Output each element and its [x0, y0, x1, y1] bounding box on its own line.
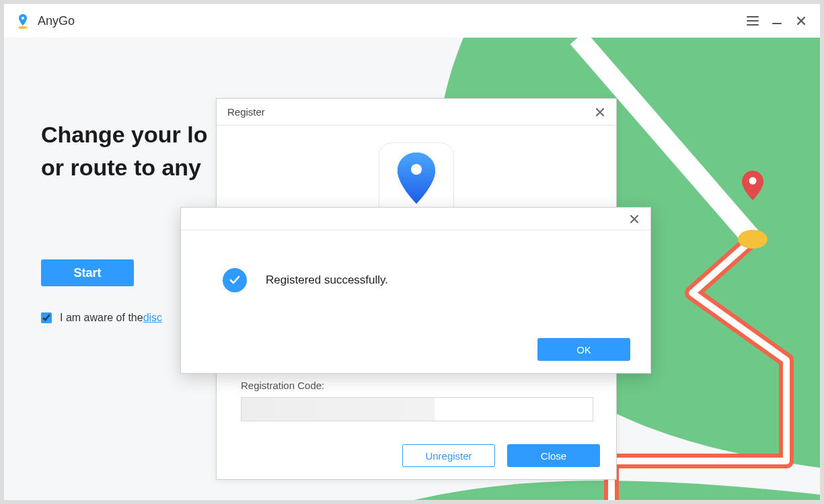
svg-point-5 [411, 164, 422, 175]
titlebar: AnyGo [4, 4, 820, 38]
menu-button[interactable] [741, 9, 765, 33]
svg-point-0 [18, 26, 28, 29]
register-dialog-title: Register [227, 106, 265, 118]
registration-code-input[interactable] [241, 397, 593, 421]
svg-point-1 [22, 17, 24, 19]
app-logo-icon [15, 13, 31, 29]
svg-point-4 [749, 177, 757, 185]
svg-point-3 [738, 230, 767, 249]
main-area: Change your lo or route to any Start I a… [4, 38, 820, 500]
disclaimer-row: I am aware of the disc [41, 312, 162, 324]
location-pin-icon [396, 153, 437, 208]
disclaimer-text: I am aware of the [60, 312, 143, 324]
unregister-button[interactable]: Unregister [402, 444, 495, 467]
hero-line2: or route to any [41, 155, 201, 180]
minimize-button[interactable] [765, 9, 789, 33]
success-dialog-top [181, 208, 650, 230]
success-ok-button[interactable]: OK [537, 338, 630, 361]
check-circle-icon [223, 268, 247, 292]
register-dialog-close-button[interactable] [591, 103, 609, 122]
success-body: Registered successfully. [223, 268, 388, 292]
disclaimer-checkbox[interactable] [41, 312, 52, 323]
hero-line1: Change your lo [41, 122, 207, 147]
app-window: AnyGo [3, 3, 821, 501]
success-dialog: Registered successfully. OK [180, 207, 651, 374]
success-message: Registered successfully. [266, 274, 388, 287]
register-dialog-buttons: Unregister Close [402, 444, 600, 467]
start-button[interactable]: Start [41, 259, 134, 286]
success-dialog-close-button[interactable] [625, 210, 644, 228]
hero-headline: Change your lo or route to any [41, 118, 207, 185]
app-title: AnyGo [38, 14, 75, 28]
register-dialog-header: Register [217, 99, 616, 126]
close-window-button[interactable] [789, 9, 813, 33]
disclaimer-link[interactable]: disc [143, 312, 162, 324]
registration-code-label: Registration Code: [241, 380, 324, 391]
register-close-button[interactable]: Close [507, 444, 600, 467]
